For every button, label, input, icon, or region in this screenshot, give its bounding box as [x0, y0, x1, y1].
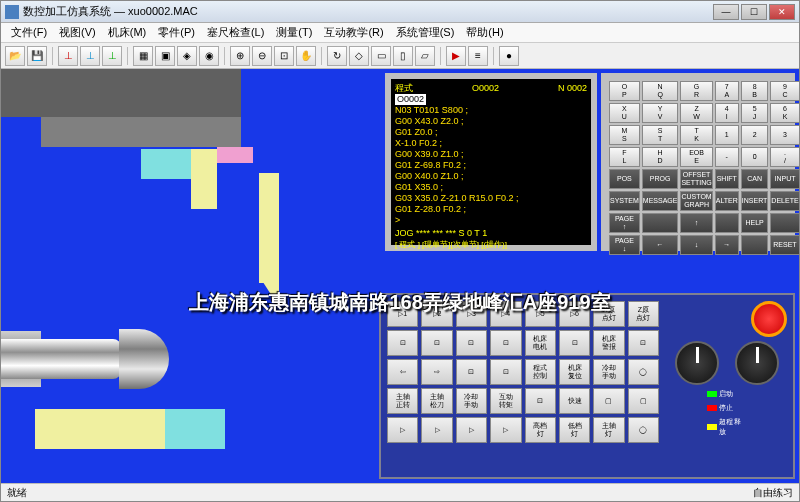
mcp-button[interactable]: ▷3	[456, 301, 487, 327]
tb-sim1[interactable]: ▶	[446, 46, 466, 66]
mcp-button[interactable]: 低档 灯	[559, 417, 590, 443]
mcp-button[interactable]: ▷1	[387, 301, 418, 327]
keypad-key[interactable]: MESSAGE	[642, 191, 679, 211]
tb-view2[interactable]: ▣	[155, 46, 175, 66]
mcp-button[interactable]: ⊡	[525, 388, 556, 414]
keypad-key[interactable]: →	[715, 235, 739, 255]
mcp-button[interactable]: ⊡	[421, 330, 452, 356]
tb-iso[interactable]: ◇	[349, 46, 369, 66]
mcp-button[interactable]: 冷却 手动	[456, 388, 487, 414]
mcp-button[interactable]: ⊡	[387, 330, 418, 356]
mcp-button[interactable]: 机床 警报	[593, 330, 624, 356]
mcp-button[interactable]: 互动 转矩	[490, 388, 521, 414]
keypad-key[interactable]	[741, 235, 769, 255]
mcp-button[interactable]: ⊡	[490, 330, 521, 356]
mcp-button[interactable]: ▷	[456, 417, 487, 443]
keypad-key[interactable]: OFFSET SETTING	[680, 169, 712, 189]
mcp-button[interactable]: ▷2	[421, 301, 452, 327]
mcp-button[interactable]: 机床 电机	[525, 330, 556, 356]
keypad-key[interactable]: Y V	[642, 103, 679, 123]
feed-override-dial[interactable]	[675, 341, 719, 385]
mcp-button[interactable]: ⇨	[421, 359, 452, 385]
keypad-key[interactable]: . /	[770, 147, 799, 167]
mcp-button[interactable]: X原 点灯	[593, 301, 624, 327]
tb-sim2[interactable]: ≡	[468, 46, 488, 66]
minimize-button[interactable]: —	[713, 4, 739, 20]
tb-top[interactable]: ▱	[415, 46, 435, 66]
mcp-button[interactable]: ▢	[593, 388, 624, 414]
keypad-key[interactable]: HELP	[741, 213, 769, 233]
keypad-key[interactable]: ←	[642, 235, 679, 255]
mcp-button[interactable]: ▷5	[525, 301, 556, 327]
keypad-key[interactable]: T K	[680, 125, 712, 145]
tb-side[interactable]: ▯	[393, 46, 413, 66]
tb-rec[interactable]: ●	[499, 46, 519, 66]
spindle-override-dial[interactable]	[735, 341, 779, 385]
keypad-key[interactable]: EOB E	[680, 147, 712, 167]
mcp-button[interactable]: 主轴 松刀	[421, 388, 452, 414]
mcp-button[interactable]: ◯	[628, 417, 659, 443]
mcp-button[interactable]: 主轴 正转	[387, 388, 418, 414]
keypad-key[interactable]: INPUT	[770, 169, 799, 189]
keypad-key[interactable]: F L	[609, 147, 640, 167]
menu-machine[interactable]: 机床(M)	[102, 25, 153, 40]
keypad-key[interactable]: 4 I	[715, 103, 739, 123]
keypad-key[interactable]: -	[715, 147, 739, 167]
keypad-key[interactable]	[770, 213, 799, 233]
mcp-button[interactable]: ▷4	[490, 301, 521, 327]
mcp-button[interactable]: ◯	[628, 359, 659, 385]
keypad-key[interactable]: Z W	[680, 103, 712, 123]
keypad-key[interactable]: O P	[609, 81, 640, 101]
mcp-button[interactable]: 主轴 灯	[593, 417, 624, 443]
tb-pan[interactable]: ✋	[296, 46, 316, 66]
keypad-key[interactable]: 5 J	[741, 103, 769, 123]
keypad-key[interactable]: 0	[741, 147, 769, 167]
tb-zoom-fit[interactable]: ⊡	[274, 46, 294, 66]
keypad-key[interactable]: X U	[609, 103, 640, 123]
keypad-key[interactable]: N Q	[642, 81, 679, 101]
mcp-button[interactable]: 快速	[559, 388, 590, 414]
keypad-key[interactable]: ALTER	[715, 191, 739, 211]
keypad-key[interactable]: PAGE ↑	[609, 213, 640, 233]
menu-view[interactable]: 视图(V)	[53, 25, 102, 40]
tb-save[interactable]: 💾	[27, 46, 47, 66]
mcp-button[interactable]: 高档 灯	[525, 417, 556, 443]
keypad-key[interactable]: 2	[741, 125, 769, 145]
keypad-key[interactable]: DELETE	[770, 191, 799, 211]
mcp-button[interactable]: 机床 复位	[559, 359, 590, 385]
keypad-key[interactable]: CAN	[741, 169, 769, 189]
keypad-key[interactable]: 8 B	[741, 81, 769, 101]
keypad-key[interactable]: PAGE ↓	[609, 235, 640, 255]
tb-zoom-out[interactable]: ⊖	[252, 46, 272, 66]
menu-file[interactable]: 文件(F)	[5, 25, 53, 40]
mcp-button[interactable]: ⊡	[456, 359, 487, 385]
keypad-key[interactable]: ↑	[680, 213, 712, 233]
tb-axis1[interactable]: ⊥	[58, 46, 78, 66]
tb-rotate[interactable]: ↻	[327, 46, 347, 66]
mcp-button[interactable]: 程式 控制	[525, 359, 556, 385]
keypad-key[interactable]: RESET	[770, 235, 799, 255]
menu-help[interactable]: 帮助(H)	[460, 25, 509, 40]
mcp-button[interactable]: 冷却 手动	[593, 359, 624, 385]
maximize-button[interactable]: ☐	[741, 4, 767, 20]
keypad-key[interactable]: 3	[770, 125, 799, 145]
keypad-key[interactable]: S T	[642, 125, 679, 145]
menu-gauge[interactable]: 塞尺检查(L)	[201, 25, 270, 40]
keypad-key[interactable]: PROG	[642, 169, 679, 189]
tb-zoom-in[interactable]: ⊕	[230, 46, 250, 66]
keypad-key[interactable]: 7 A	[715, 81, 739, 101]
tb-view3[interactable]: ◈	[177, 46, 197, 66]
keypad-key[interactable]: CUSTOM GRAPH	[680, 191, 712, 211]
keypad-key[interactable]: H D	[642, 147, 679, 167]
tb-view4[interactable]: ◉	[199, 46, 219, 66]
tb-view1[interactable]: ▦	[133, 46, 153, 66]
keypad-key[interactable]: 6 K	[770, 103, 799, 123]
keypad-key[interactable]: 1	[715, 125, 739, 145]
mcp-button[interactable]: ▷	[490, 417, 521, 443]
menu-teach[interactable]: 互动教学(R)	[318, 25, 389, 40]
keypad-key[interactable]: POS	[609, 169, 640, 189]
keypad-key[interactable]: G R	[680, 81, 712, 101]
mcp-button[interactable]: ⇦	[387, 359, 418, 385]
tb-front[interactable]: ▭	[371, 46, 391, 66]
keypad-key[interactable]: 9 C	[770, 81, 799, 101]
